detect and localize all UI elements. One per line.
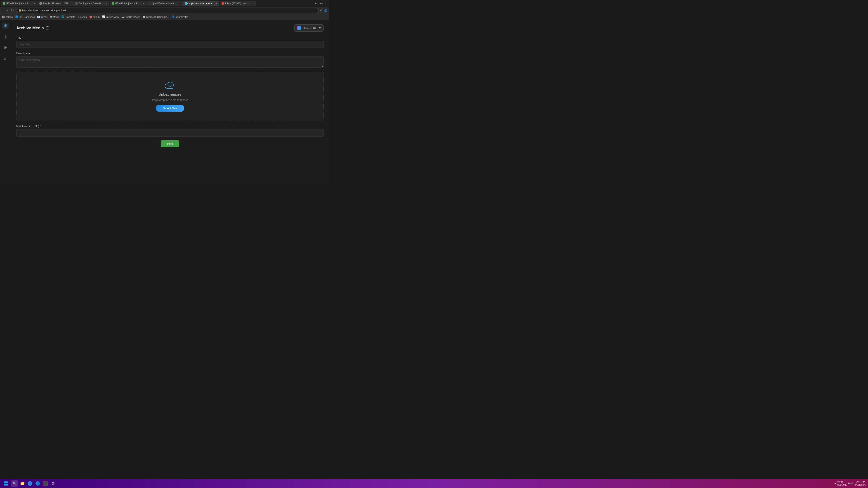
bookmark-label: Translate xyxy=(65,15,75,18)
bookmark-maps[interactable]: 🗺Maps xyxy=(50,15,59,18)
tab-favicon xyxy=(221,2,224,5)
reload-button[interactable]: ↻ xyxy=(10,8,15,13)
sidebar: ☀◎⊕⌂ xyxy=(0,20,11,184)
app-header: Archive Media 0x04...E4d2 ▼ xyxy=(16,24,324,32)
tab-favicon xyxy=(148,2,151,5)
tab-favicon xyxy=(75,2,78,5)
browser-tab-tab7[interactable]: Inbox (17,046) - nicklioniss@gm...✕ xyxy=(220,1,256,6)
wallet-avatar xyxy=(297,26,301,30)
sidebar-icon-sun[interactable]: ☀ xyxy=(2,23,8,29)
minimize-button[interactable]: ─ xyxy=(320,2,322,5)
mint-fee-input[interactable] xyxy=(16,129,324,137)
tab-close-button[interactable]: ✕ xyxy=(106,2,107,5)
description-label: Description xyxy=(16,52,324,55)
bookmark-microsoft-office-ho...[interactable]: 🏢Microsoft Office Ho... xyxy=(143,15,169,18)
bookmark-gmail[interactable]: 📧Gmail xyxy=(37,15,48,18)
bookmark-trading-view[interactable]: 📈trading view xyxy=(102,15,119,18)
maximize-button[interactable]: □ xyxy=(322,2,324,5)
bookmark-favicon: 🌐 xyxy=(61,15,64,18)
bookmark-favicon: 📚 xyxy=(2,15,5,18)
lock-icon: 🔒 xyxy=(19,9,21,11)
mint-fee-required: * xyxy=(40,125,41,128)
browser-tab-tab2[interactable]: Remix - Ethereum IDE✕ xyxy=(37,1,73,6)
close-window-button[interactable]: ✕ xyxy=(325,2,327,5)
tab-label: Deployment Overview – Dashb... xyxy=(79,2,104,5)
home-icon: ⌂ xyxy=(4,56,6,61)
bookmark-label: Gmail xyxy=(41,15,48,18)
circle-plus-icon: ⊕ xyxy=(4,45,7,50)
upload-subtitle: Drag'n'drop files here to upload. xyxy=(151,98,189,102)
upload-title: Upload images xyxy=(159,92,181,96)
app-title-container: Archive Media xyxy=(16,26,49,31)
browser-tab-tab6[interactable]: https://archived-meta.vercel.app...✕ xyxy=(183,1,219,6)
app-container: ☀◎⊕⌂ Archive Media 0x04...E4d2 ▼ Title * xyxy=(0,20,329,184)
tab-close-button[interactable]: ✕ xyxy=(143,2,144,5)
tab-close-button[interactable]: ✕ xyxy=(33,2,35,5)
address-bar: ‹ › ↻ 🔒 https://archived-meta.vercel.app… xyxy=(0,7,329,14)
bookmark-translate[interactable]: 🌐Translate xyxy=(61,15,75,18)
tab-close-button[interactable]: ✕ xyxy=(69,2,71,5)
new-tab-button[interactable]: + xyxy=(313,2,318,5)
title-label: Title * xyxy=(16,36,324,39)
bookmark-label: trading view xyxy=(106,15,119,18)
bookmark-favicon: 🐙 xyxy=(89,15,92,18)
sidebar-icon-circle-plus[interactable]: ⊕ xyxy=(2,44,8,51)
mint-fee-label: Mint Fee ( in TFIL ) * xyxy=(16,125,324,128)
bookmark-favicon: 🗺 xyxy=(50,15,52,18)
tab-favicon xyxy=(112,2,114,5)
cloud-upload-icon xyxy=(164,81,176,90)
url-input[interactable]: 🔒 https://archived-meta.vercel.app/uploa… xyxy=(16,8,319,13)
wallet-chevron: ▼ xyxy=(318,26,321,30)
compass-icon: ◎ xyxy=(4,34,7,39)
bookmark-favicon: 🏢 xyxy=(143,15,146,18)
select-files-button[interactable]: Select files xyxy=(156,105,184,112)
tab-bar: ETHGlobal | Hack FEVM✕Remix - Ethereum I… xyxy=(0,0,329,7)
browser-tab-tab1[interactable]: ETHGlobal | Hack FEVM✕ xyxy=(1,1,37,6)
browser-tab-tab4[interactable]: ETHGlobal | Hack FEVM✕ xyxy=(110,1,146,6)
bookmark-label: Maps xyxy=(53,15,59,18)
bookmark-venus[interactable]: ♀venus xyxy=(78,15,87,18)
browser-tab-tab3[interactable]: Deployment Overview – Dashb...✕ xyxy=(73,1,110,6)
bookmark-favicon: ♀ xyxy=(78,15,79,18)
bookmark-label: Your Profile xyxy=(176,15,188,18)
tab-label: njoe1/ArchivedMeta: my Hack ... xyxy=(152,2,178,5)
description-input[interactable] xyxy=(16,56,324,68)
wallet-button[interactable]: 0x04...E4d2 ▼ xyxy=(294,24,324,32)
bookmark-label: github xyxy=(93,15,100,18)
bookmark-eclass[interactable]: 📚eclass xyxy=(2,15,13,18)
bookmark-label: (19) Facebook xyxy=(19,15,35,18)
tab-label: https://archived-meta.vercel.app... xyxy=(188,2,214,5)
browser-tab-tab5[interactable]: njoe1/ArchivedMeta: my Hack ...✕ xyxy=(147,1,183,6)
bookmark-label: eclass xyxy=(6,15,13,18)
post-button[interactable]: Post xyxy=(161,140,179,147)
tab-close-button[interactable]: ✕ xyxy=(179,2,181,5)
url-text: https://archived-meta.vercel.app/upload xyxy=(22,9,66,12)
title-field-group: Title * xyxy=(16,36,324,48)
bookmark-favicon: 📘 xyxy=(15,15,18,18)
bookmark-favicon: 📧 xyxy=(37,15,40,18)
back-button[interactable]: ‹ xyxy=(2,8,5,13)
bookmark-label: venus xyxy=(80,15,87,18)
bookmark-label: OneDriveAurb xyxy=(125,15,141,18)
bookmark-your-profile[interactable]: 👤Your Profile xyxy=(172,15,188,18)
title-input[interactable] xyxy=(16,41,324,48)
bookmark-(19)-facebook[interactable]: 📘(19) Facebook xyxy=(15,15,35,18)
profile-button[interactable]: 👤 xyxy=(324,9,327,12)
wallet-address: 0x04...E4d2 xyxy=(303,26,317,30)
extensions-button[interactable]: ⚙ xyxy=(320,9,322,12)
tab-close-button[interactable]: ✕ xyxy=(216,2,217,5)
description-field-group: Description xyxy=(16,52,324,68)
sidebar-icon-home[interactable]: ⌂ xyxy=(2,55,8,61)
sidebar-icon-compass[interactable]: ◎ xyxy=(2,33,8,40)
main-content: Archive Media 0x04...E4d2 ▼ Title * Desc… xyxy=(11,20,329,184)
bookmark-onedriveaurb[interactable]: ☁OneDriveAurb xyxy=(121,15,141,18)
post-button-container: Post xyxy=(16,140,324,147)
app-title-text: Archive Media xyxy=(16,26,44,31)
forward-button[interactable]: › xyxy=(6,8,9,13)
tab-label: Inbox (17,046) - nicklioniss@gm... xyxy=(225,2,251,5)
bookmark-github[interactable]: 🐙github xyxy=(89,15,100,18)
tab-close-button[interactable]: ✕ xyxy=(252,2,254,5)
title-required: * xyxy=(22,36,23,39)
tab-label: ETHGlobal | Hack FEVM xyxy=(115,2,141,5)
bookmark-favicon: 📈 xyxy=(102,15,105,18)
